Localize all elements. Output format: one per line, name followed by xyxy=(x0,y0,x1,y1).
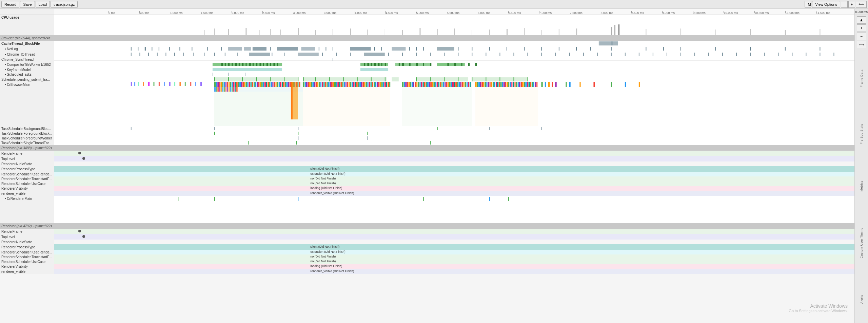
svg-rect-431 xyxy=(527,82,528,87)
svg-rect-455 xyxy=(541,127,542,130)
svg-rect-119 xyxy=(667,53,667,56)
scroll-container[interactable]: CPU usage xyxy=(0,15,854,323)
renderer-process-type2-label: RendererProcessType xyxy=(0,244,54,250)
zoom-in-button[interactable]: + xyxy=(848,1,855,8)
svg-rect-28 xyxy=(680,28,681,35)
svg-rect-192 xyxy=(329,77,330,81)
ruler-tick-10500: 10.500 ms xyxy=(754,11,769,15)
svg-rect-14 xyxy=(419,28,420,35)
cr-browser-main-content xyxy=(54,82,854,126)
svg-rect-115 xyxy=(611,53,612,56)
svg-rect-284 xyxy=(224,87,225,92)
svg-rect-279 xyxy=(216,87,217,92)
svg-rect-437 xyxy=(536,82,537,87)
svg-rect-206 xyxy=(131,82,132,86)
cursor-tool-button[interactable]: ▲ xyxy=(857,16,866,24)
svg-rect-376 xyxy=(438,82,439,87)
svg-rect-354 xyxy=(404,82,405,87)
svg-rect-110 xyxy=(541,53,542,56)
svg-rect-147 xyxy=(263,63,264,66)
task-single-row: TaskSchedulerSingleThreadFor... xyxy=(0,140,854,145)
zoom-fit-button[interactable]: ⟺ xyxy=(856,1,867,8)
m-button[interactable]: M xyxy=(805,1,811,8)
svg-rect-23 xyxy=(576,28,577,35)
renderer-sched-use-row: RendererScheduler.UseCase no (Did Not Fi… xyxy=(0,181,854,186)
svg-rect-80 xyxy=(139,53,140,56)
svg-rect-99 xyxy=(388,53,389,56)
renderer-sched-use2-content: no (Did Not Finish) xyxy=(54,259,854,264)
chrome-sync-content xyxy=(54,57,854,62)
svg-rect-414 xyxy=(500,82,501,87)
svg-rect-263 xyxy=(279,82,280,87)
svg-rect-91 xyxy=(249,53,270,56)
load-button[interactable]: Load xyxy=(36,1,50,8)
svg-rect-323 xyxy=(346,82,347,87)
renderer-visibility2-row: RendererVisibility renderer_visible rend… xyxy=(0,191,854,196)
svg-rect-314 xyxy=(331,82,333,87)
svg-rect-438 xyxy=(541,82,543,87)
side-labels: Frame Data Frs Sco Stats Metrics Custom … xyxy=(860,52,863,322)
zoom-out-tool-button[interactable]: − xyxy=(857,33,866,40)
svg-rect-138 xyxy=(232,63,233,66)
svg-rect-12 xyxy=(385,29,385,35)
netlog-svg xyxy=(54,46,854,52)
status-renderer-visible: renderer_visible (Did Not Finish) xyxy=(310,191,354,195)
svg-rect-457 xyxy=(298,132,298,135)
fit-tool-button[interactable]: ⟺ xyxy=(857,41,866,48)
svg-rect-359 xyxy=(412,82,413,87)
chrome-io-label: • Chrome_IOThread xyxy=(0,52,54,57)
svg-rect-163 xyxy=(409,63,411,66)
svg-rect-290 xyxy=(233,87,234,92)
svg-rect-230 xyxy=(227,82,228,87)
svg-rect-367 xyxy=(424,82,426,87)
svg-rect-294 xyxy=(291,82,293,119)
svg-rect-266 xyxy=(283,82,284,87)
svg-rect-282 xyxy=(220,87,222,92)
save-button[interactable]: Save xyxy=(20,1,35,8)
svg-rect-429 xyxy=(524,82,525,87)
svg-rect-442 xyxy=(555,82,557,87)
svg-rect-422 xyxy=(513,82,514,87)
svg-rect-296 xyxy=(303,82,304,87)
svg-rect-137 xyxy=(228,63,230,66)
trace-file-button[interactable]: trace.json.gz xyxy=(51,1,78,8)
zoom-out-button[interactable]: - xyxy=(841,1,848,8)
svg-rect-303 xyxy=(314,82,315,87)
zoom-in-tool-button[interactable]: + xyxy=(857,24,866,32)
svg-rect-43 xyxy=(207,47,208,51)
svg-rect-77 xyxy=(785,47,786,51)
render-frame-label: RenderFrame xyxy=(0,151,54,156)
svg-rect-267 xyxy=(285,82,286,87)
render-frame2-content xyxy=(54,229,854,234)
cpu-usage-svg xyxy=(54,15,854,35)
svg-rect-262 xyxy=(277,82,278,87)
svg-rect-427 xyxy=(521,82,522,87)
renderer2-process-content xyxy=(54,223,854,229)
ruler-tick-4500: 4.500 ms xyxy=(385,11,398,15)
svg-rect-139 xyxy=(235,63,237,66)
task-bg-content xyxy=(54,126,854,131)
renderer-sched-touch2-content: no (Did Not Finish) xyxy=(54,254,854,259)
svg-rect-116 xyxy=(625,53,626,56)
svg-rect-21 xyxy=(541,30,542,35)
svg-rect-177 xyxy=(245,73,246,76)
ruler-tick-8000: 8.000 ms xyxy=(601,11,613,15)
render-frame2-label: RenderFrame xyxy=(0,229,54,234)
svg-rect-297 xyxy=(305,82,306,87)
svg-rect-357 xyxy=(409,82,410,87)
record-button[interactable]: Record xyxy=(1,1,19,8)
svg-rect-446 xyxy=(593,82,595,87)
view-options-button[interactable]: View Options xyxy=(812,1,840,8)
svg-rect-201 xyxy=(472,77,472,81)
task-bg-label: TaskSchedulerBackgroundBloc... xyxy=(0,126,54,131)
svg-rect-239 xyxy=(241,82,242,87)
svg-rect-308 xyxy=(322,82,323,87)
status-no4: no (Did Not Finish) xyxy=(310,260,336,263)
svg-rect-64 xyxy=(489,47,490,51)
svg-rect-48 xyxy=(270,47,271,51)
svg-rect-270 xyxy=(290,82,291,87)
svg-rect-358 xyxy=(410,82,411,87)
svg-rect-219 xyxy=(195,82,196,86)
ruler-tick-11500: 11.500 ms xyxy=(816,11,830,15)
svg-rect-392 xyxy=(463,82,465,87)
